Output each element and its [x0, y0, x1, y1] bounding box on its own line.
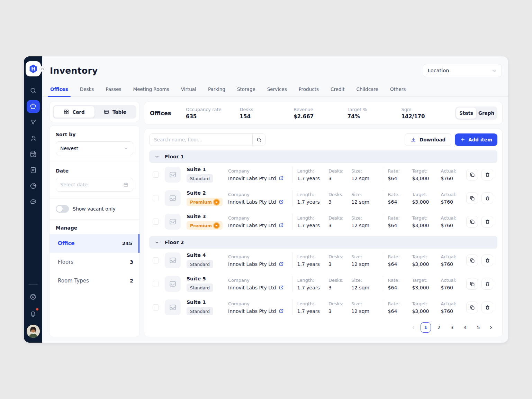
delete-button[interactable]	[481, 169, 493, 180]
manage-item-office[interactable]: Office 245	[49, 234, 139, 253]
duplicate-button[interactable]	[466, 169, 478, 180]
sidebar-item-users[interactable]	[27, 132, 40, 145]
tab-meeting-rooms[interactable]: Meeting Rooms	[127, 83, 175, 96]
location-select[interactable]: Location	[423, 64, 502, 77]
row-checkbox[interactable]	[153, 257, 159, 263]
stat-value: 142/170	[401, 113, 455, 120]
company-label: Company	[228, 254, 291, 259]
suite-name-col: Suite 1 Standard	[187, 299, 228, 315]
graph-toggle-option[interactable]: Graph	[476, 108, 496, 119]
company-name: Innovit Labs Pty Ltd	[228, 199, 276, 205]
delete-button[interactable]	[481, 254, 493, 266]
column-divider	[383, 167, 383, 183]
pagination-prev-button[interactable]	[409, 323, 418, 332]
search-icon	[256, 137, 262, 143]
tab-others[interactable]: Others	[384, 83, 412, 96]
tab-parking[interactable]: Parking	[202, 83, 231, 96]
external-link-icon[interactable]	[279, 199, 284, 204]
sidebar-item-search[interactable]	[27, 84, 40, 97]
company-col: Company Innovit Labs Pty Ltd	[228, 278, 291, 290]
duplicate-button[interactable]	[466, 216, 478, 228]
inbox-icon	[169, 280, 177, 288]
stat-value: $2.667	[294, 113, 348, 120]
tab-desks[interactable]: Desks	[74, 83, 100, 96]
tab-credit[interactable]: Credit	[325, 83, 351, 96]
column-divider	[292, 276, 292, 292]
sidebar-item-help[interactable]	[27, 290, 40, 303]
sidebar-item-spaces[interactable]	[27, 100, 40, 113]
chevron-down-icon	[154, 154, 160, 159]
manage-item-room-types[interactable]: Room Types 2	[49, 271, 139, 290]
pagination-page-5[interactable]: 5	[473, 322, 484, 333]
suite-thumbnail	[165, 252, 181, 268]
pagination-page-3[interactable]: 3	[447, 322, 457, 333]
view-toggle-card-option[interactable]: Card	[54, 106, 94, 118]
group-header-floor-2[interactable]: Floor 2	[149, 236, 497, 249]
date-input[interactable]: Select date	[56, 178, 133, 192]
length-col: Length:1.7 years	[297, 278, 324, 290]
table-row: Suite 1 Standard Company Innovit Labs Pt…	[149, 296, 497, 319]
stat-label: Revenue	[294, 107, 348, 112]
group-header-floor-1[interactable]: Floor 1	[149, 150, 497, 163]
pagination-page-4[interactable]: 4	[460, 322, 470, 333]
duplicate-button[interactable]	[466, 192, 478, 204]
sidebar-item-documents[interactable]	[27, 164, 40, 177]
date-section: Date Select date	[49, 162, 139, 198]
duplicate-button[interactable]	[466, 278, 478, 290]
row-checkbox[interactable]	[153, 304, 159, 310]
download-button[interactable]: Download	[405, 133, 451, 146]
sidebar-item-messages[interactable]	[27, 195, 40, 208]
row-actions	[466, 169, 496, 180]
pagination-page-2[interactable]: 2	[434, 322, 444, 333]
search-input[interactable]	[150, 134, 252, 146]
group-title: Floor 2	[165, 240, 184, 245]
pagination-page-1[interactable]: 1	[421, 322, 431, 333]
stat-label: Occupancy rate	[186, 107, 240, 112]
stats-toggle-option[interactable]: Stats	[456, 108, 476, 119]
delete-button[interactable]	[481, 192, 493, 204]
pagination: 1 2 3 4 5	[149, 319, 497, 334]
desks-col: Desks:3	[328, 278, 346, 290]
duplicate-button[interactable]	[466, 254, 478, 266]
delete-button[interactable]	[481, 301, 493, 313]
add-item-button[interactable]: Add item	[455, 133, 497, 146]
tab-services[interactable]: Services	[261, 83, 293, 96]
delete-button[interactable]	[481, 216, 493, 228]
inbox-icon	[169, 217, 177, 226]
row-checkbox[interactable]	[153, 171, 159, 178]
target-col: Target:$3,000	[412, 215, 436, 228]
user-icon	[29, 134, 37, 142]
suite-name: Suite 1	[187, 167, 228, 172]
external-link-icon[interactable]	[279, 176, 284, 181]
external-link-icon[interactable]	[279, 223, 284, 228]
sidebar-item-bookings[interactable]	[27, 148, 40, 161]
sort-select[interactable]: Newest	[56, 141, 133, 155]
view-toggle-table-option[interactable]: Table	[94, 106, 135, 118]
suite-name: Suite 4	[187, 252, 228, 258]
sidebar-item-filter[interactable]	[27, 116, 40, 129]
delete-button[interactable]	[481, 278, 493, 290]
pagination-next-button[interactable]	[486, 323, 495, 332]
row-checkbox[interactable]	[153, 195, 159, 201]
sidebar-item-notifications[interactable]	[27, 307, 40, 321]
search-button[interactable]	[252, 134, 265, 146]
vacant-toggle[interactable]	[56, 205, 69, 213]
manage-item-floors[interactable]: Floors 3	[49, 253, 139, 271]
user-avatar[interactable]	[27, 325, 40, 338]
duplicate-button[interactable]	[466, 301, 478, 313]
row-checkbox[interactable]	[153, 281, 159, 287]
tab-passes[interactable]: Passes	[100, 83, 127, 96]
row-checkbox[interactable]	[153, 219, 159, 225]
external-link-icon[interactable]	[279, 308, 284, 314]
sidebar-item-reports[interactable]	[27, 179, 40, 193]
tab-storage[interactable]: Storage	[231, 83, 261, 96]
tab-virtual[interactable]: Virtual	[175, 83, 202, 96]
tab-childcare[interactable]: Childcare	[351, 83, 384, 96]
sidebar-collapse-button[interactable]	[39, 66, 45, 72]
external-link-icon[interactable]	[279, 285, 284, 290]
external-link-icon[interactable]	[279, 261, 284, 267]
tab-offices[interactable]: Offices	[44, 83, 74, 96]
app-logo[interactable]	[26, 61, 41, 76]
tab-products[interactable]: Products	[293, 83, 325, 96]
sidebar-nav	[27, 84, 40, 208]
